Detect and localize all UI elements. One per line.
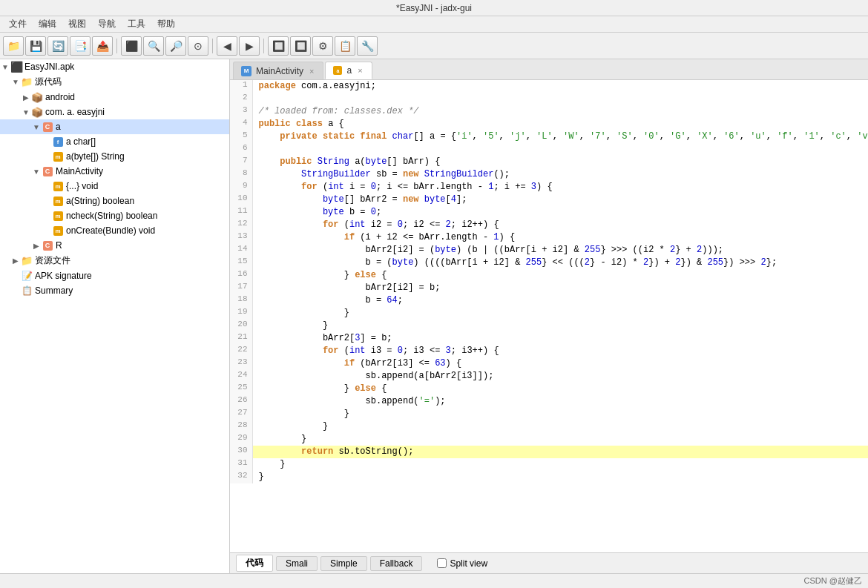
tree-item-field-a-char[interactable]: fa char[]	[0, 134, 229, 149]
nav-fwd-button[interactable]: ▶	[239, 36, 260, 56]
tree-node-icon: 📁	[21, 255, 33, 267]
line-content: public class a {	[252, 118, 868, 131]
code-line-row: 3/* loaded from: classes.dex */	[230, 105, 868, 118]
sep2	[212, 39, 213, 53]
code-editor[interactable]: 1package com.a.easyjni;2 3/* loaded from…	[230, 80, 868, 552]
tree-item-method-a-string[interactable]: ma(String) boolean	[0, 194, 229, 208]
line-content: } else {	[252, 383, 868, 395]
tree-item-class-a[interactable]: ▼Ca	[0, 119, 229, 134]
code-line-row: 1package com.a.easyjni;	[230, 80, 868, 93]
tree-item-com-a-easyjni[interactable]: ▼📦com. a. easyjni	[0, 105, 229, 119]
tree-node-label: a(String) boolean	[66, 196, 134, 206]
bottom-tab-代码[interactable]: 代码	[236, 555, 273, 572]
code-line-row: 32}	[230, 471, 868, 483]
tree-item-easyjni-apk[interactable]: ▼⬛EasyJNI.apk	[0, 59, 229, 74]
tree-item-method-a-byte[interactable]: ma(byte[]) String	[0, 149, 229, 164]
tree-expand-icon[interactable]: ▶	[31, 242, 42, 250]
line-content: public String a(byte[] bArr) {	[252, 156, 868, 168]
split-view-label[interactable]: Split view	[437, 558, 487, 569]
tree-item-method-init[interactable]: m{...} void	[0, 179, 229, 194]
tree-item-method-oncreate[interactable]: monCreate(Bundle) void	[0, 223, 229, 238]
tree-item-apk-signature[interactable]: 📝APK signature	[0, 268, 229, 283]
save-button[interactable]: 💾	[25, 36, 46, 56]
tree-item-summary[interactable]: 📋Summary	[0, 283, 229, 298]
bottom-tab-Simple[interactable]: Simple	[320, 556, 367, 571]
tab-close-button[interactable]: ×	[356, 65, 364, 76]
tab-tab-a[interactable]: aa×	[325, 62, 372, 79]
line-content: byte[] bArr2 = new byte[4];	[252, 194, 868, 206]
line-number: 17	[230, 282, 252, 294]
tree-node-label: 源代码	[35, 76, 62, 88]
tree-expand-icon[interactable]: ▼	[0, 63, 10, 71]
menu-bar: 文件编辑视图导航工具帮助	[0, 16, 868, 33]
zoom-fit-button[interactable]: ⊙	[188, 36, 208, 56]
tab-tab-mainactivity[interactable]: MMainActivity×	[233, 62, 323, 79]
menu-item-工具[interactable]: 工具	[122, 16, 151, 32]
line-number: 32	[230, 471, 252, 483]
code-line-row: 29 }	[230, 433, 868, 446]
bottom-tab-Smali[interactable]: Smali	[276, 556, 318, 571]
settings-button[interactable]: ⚙	[312, 36, 333, 56]
menu-item-帮助[interactable]: 帮助	[151, 16, 181, 32]
tree-node-label: EasyJNI.apk	[24, 62, 74, 72]
tree-item-r-class[interactable]: ▶CR	[0, 238, 229, 253]
refresh-button[interactable]: 🔄	[47, 36, 68, 56]
save-all-button[interactable]: 📑	[70, 36, 91, 56]
code-line-row: 2	[230, 93, 868, 105]
code-line-row: 5 private static final char[] a = {'i', …	[230, 131, 868, 143]
code-line-row: 8 StringBuilder sb = new StringBuilder()…	[230, 168, 868, 181]
menu-item-导航[interactable]: 导航	[92, 16, 122, 32]
split-view-checkbox[interactable]	[437, 558, 447, 568]
bookmark-button[interactable]: 📋	[335, 36, 355, 56]
code-line-row: 31 }	[230, 458, 868, 471]
line-number: 7	[230, 156, 252, 168]
tree-expand-icon[interactable]: ▼	[31, 123, 42, 131]
code-line-row: 18 b = 64;	[230, 294, 868, 307]
tree-expand-icon[interactable]: ▼	[31, 168, 42, 176]
tab-close-button[interactable]: ×	[308, 66, 315, 76]
tree-expand-icon[interactable]: ▼	[21, 108, 31, 116]
code-line-row: 17 bArr2[i2] = b;	[230, 282, 868, 294]
tree-item-source-code[interactable]: ▼📁源代码	[0, 74, 229, 90]
tree-expand-icon[interactable]: ▼	[10, 78, 21, 86]
code-line-row: 23 if (bArr2[i3] <= 63) {	[230, 357, 868, 370]
zoom-in-button[interactable]: 🔍	[143, 36, 164, 56]
sync-button[interactable]: ⬛	[121, 36, 142, 56]
zoom-out-button[interactable]: 🔎	[165, 36, 186, 56]
tab-bar: MMainActivity×aa×	[230, 59, 868, 80]
search-button[interactable]: 🔲	[268, 36, 289, 56]
tree-node-icon: m	[52, 180, 64, 192]
search2-button[interactable]: 🔲	[290, 36, 311, 56]
code-line-row: 10 byte[] bArr2 = new byte[4];	[230, 194, 868, 206]
export-button[interactable]: 📤	[92, 36, 113, 56]
tree-node-label: 资源文件	[35, 254, 70, 267]
tree-expand-icon[interactable]: ▶	[21, 93, 31, 102]
menu-item-文件[interactable]: 文件	[3, 16, 33, 32]
window-title: *EasyJNI - jadx-gui	[396, 3, 472, 13]
tree-node-label: a(byte[]) String	[66, 151, 125, 162]
tools2-button[interactable]: 🔧	[357, 36, 378, 56]
line-number: 31	[230, 458, 252, 471]
tree-item-resources[interactable]: ▶📁资源文件	[0, 253, 229, 268]
tree-item-mainactivity[interactable]: ▼CMainActivity	[0, 164, 229, 179]
bottom-tab-Fallback[interactable]: Fallback	[370, 556, 423, 571]
tree-node-label: R	[56, 240, 62, 251]
open-apk-button[interactable]: 📁	[3, 36, 24, 56]
tree-expand-icon[interactable]: ▶	[10, 257, 21, 265]
line-number: 20	[230, 320, 252, 332]
menu-item-视图[interactable]: 视图	[62, 16, 92, 32]
tree-item-method-ncheck[interactable]: mncheck(String) boolean	[0, 208, 229, 223]
tree-node-label: APK signature	[35, 271, 92, 281]
code-line-row: 19 }	[230, 307, 868, 320]
line-content: private static final char[] a = {'i', '5…	[252, 131, 868, 143]
line-number: 1	[230, 80, 252, 93]
line-number: 14	[230, 244, 252, 257]
tree-item-android[interactable]: ▶📦android	[0, 90, 229, 105]
menu-item-编辑[interactable]: 编辑	[33, 16, 62, 32]
line-content: for (int i = 0; i <= bArr.length - 1; i …	[252, 181, 868, 194]
code-line-row: 30 return sb.toString();	[230, 446, 868, 458]
line-number: 30	[230, 446, 252, 458]
tree-node-icon: C	[42, 240, 53, 251]
code-table: 1package com.a.easyjni;2 3/* loaded from…	[230, 80, 868, 483]
nav-back-button[interactable]: ◀	[217, 36, 237, 56]
